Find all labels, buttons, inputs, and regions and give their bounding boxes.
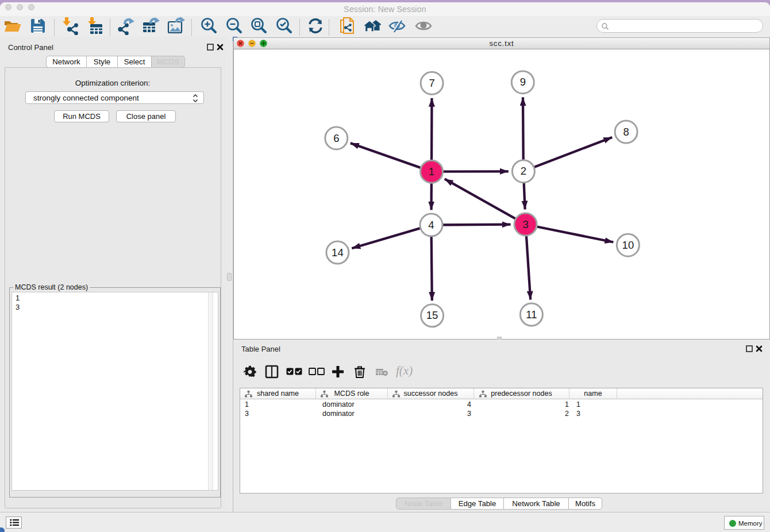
svg-text:7: 7 (429, 77, 434, 89)
svg-text:3: 3 (522, 218, 528, 230)
svg-text:14: 14 (332, 246, 344, 259)
svg-text:4: 4 (428, 219, 434, 231)
svg-text:10: 10 (622, 239, 634, 251)
svg-text:9: 9 (520, 76, 526, 88)
svg-text:1: 1 (429, 165, 434, 178)
svg-text:6: 6 (333, 132, 339, 144)
svg-text:2: 2 (521, 165, 526, 177)
svg-text:11: 11 (526, 309, 537, 321)
svg-text:8: 8 (623, 126, 629, 138)
svg-text:15: 15 (426, 309, 438, 321)
